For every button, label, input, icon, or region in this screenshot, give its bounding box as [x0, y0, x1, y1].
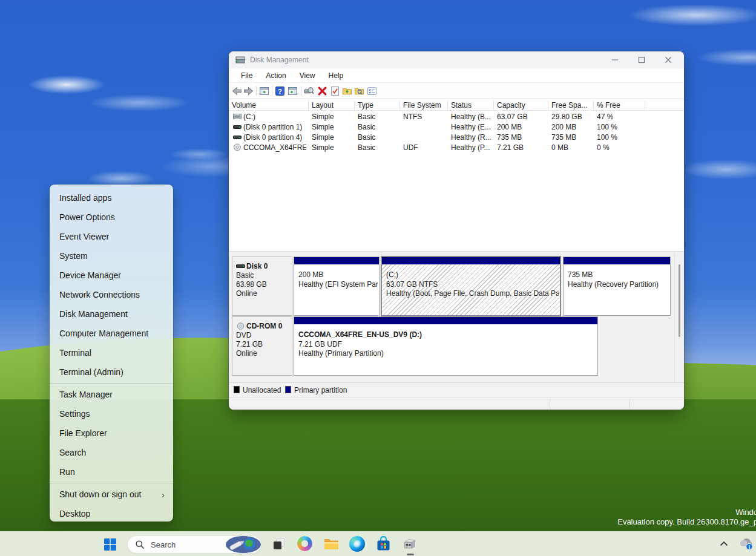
- column-header-status[interactable]: Status: [451, 101, 472, 110]
- column-header-pct-free[interactable]: % Free: [597, 101, 620, 110]
- partition-recovery[interactable]: 735 MB Healthy (Recovery Partition): [563, 257, 671, 316]
- cell-status: Healthy (R...: [451, 133, 495, 142]
- onedrive-cloud-button[interactable]: i: [738, 537, 754, 551]
- cdrom0-label[interactable]: CD-ROM 0 DVD 7.21 GB Online: [232, 316, 292, 376]
- column-header-free-space[interactable]: Free Spa...: [551, 101, 594, 110]
- cell-pct-free: 47 %: [597, 113, 613, 121]
- menu-help[interactable]: Help: [324, 70, 349, 82]
- forward-icon[interactable]: [243, 86, 254, 96]
- winx-item-device-manager[interactable]: Device Manager: [50, 266, 173, 285]
- winx-item-shutdown[interactable]: Shut down or sign out›: [50, 485, 173, 504]
- cell-free-space: 0 MB: [551, 143, 568, 152]
- cdrom0-size: 7.21 GB: [236, 340, 292, 349]
- scrollbar-thumb[interactable]: [679, 264, 680, 337]
- winx-item-disk-management[interactable]: Disk Management: [50, 304, 173, 324]
- delete-volume-icon[interactable]: [317, 86, 327, 96]
- start-button[interactable]: [102, 536, 119, 553]
- refresh-view-icon[interactable]: [304, 86, 314, 96]
- cdrom0-name-line: CD-ROM 0: [236, 322, 292, 331]
- column-header-type[interactable]: Type: [358, 101, 373, 110]
- search-placeholder: Search: [151, 540, 223, 549]
- minimize-button[interactable]: [602, 51, 628, 68]
- watermark-line1: Windo: [617, 508, 756, 517]
- menu-view[interactable]: View: [295, 70, 320, 82]
- show-console-tree-icon[interactable]: [259, 86, 269, 96]
- winx-item-installed-apps[interactable]: Installed apps: [50, 188, 173, 208]
- microsoft-store-button[interactable]: [375, 536, 392, 552]
- partition-efi[interactable]: 200 MB Healthy (EFI System Part: [294, 257, 380, 316]
- show-action-pane-icon[interactable]: [288, 86, 298, 96]
- column-resizer[interactable]: [548, 100, 548, 110]
- cdrom0-kind: DVD: [236, 331, 292, 340]
- hard-disk-icon: [236, 263, 245, 270]
- watermark-line2: Evaluation copy. Build 26300.8170.ge_p: [617, 517, 756, 527]
- winx-item-event-viewer[interactable]: Event Viewer: [50, 227, 173, 246]
- minimize-icon: [611, 56, 619, 64]
- status-divider: [629, 400, 630, 408]
- properties-check-icon[interactable]: [330, 86, 340, 96]
- winx-item-task-manager[interactable]: Task Manager: [50, 385, 173, 404]
- column-header-layout[interactable]: Layout: [312, 101, 334, 110]
- file-explorer-button[interactable]: [323, 536, 340, 552]
- column-resizer[interactable]: [308, 100, 309, 110]
- table-row[interactable]: (Disk 0 partition 1) Simple Basic Health…: [229, 122, 684, 132]
- hard-drive-icon: [233, 113, 242, 120]
- cell-capacity: 63.07 GB: [497, 113, 528, 121]
- table-row[interactable]: (Disk 0 partition 4) Simple Basic Health…: [229, 132, 684, 142]
- open-folder-icon[interactable]: [342, 86, 352, 96]
- winx-item-run[interactable]: Run: [50, 462, 173, 482]
- partition-c-selected[interactable]: (C:) 63.07 GB NTFS Healthy (Boot, Page F…: [381, 256, 561, 316]
- edge-button[interactable]: [349, 536, 366, 552]
- column-resizer[interactable]: [493, 100, 494, 110]
- partition-dvd[interactable]: CCCOMA_X64FRE_EN-US_DV9 (D:) 7.21 GB UDF…: [294, 316, 598, 376]
- task-view-button[interactable]: [271, 536, 288, 552]
- disk0-label[interactable]: Disk 0 Basic 63.98 GB Online: [232, 257, 292, 316]
- winx-item-computer-management[interactable]: Computer Management: [50, 324, 173, 343]
- task-list-icon[interactable]: [367, 86, 377, 96]
- close-button[interactable]: [655, 51, 682, 68]
- cell-layout: Simple: [312, 143, 334, 152]
- winx-item-search[interactable]: Search: [50, 443, 173, 462]
- column-resizer[interactable]: [354, 100, 355, 110]
- menu-action[interactable]: Action: [261, 70, 291, 82]
- column-header-file-system[interactable]: File System: [403, 101, 441, 110]
- menu-file[interactable]: File: [236, 70, 257, 82]
- maximize-button[interactable]: [628, 51, 655, 68]
- tray-expand-button[interactable]: [719, 537, 729, 551]
- winx-item-system[interactable]: System: [50, 246, 173, 266]
- vertical-scrollbar[interactable]: [674, 254, 683, 382]
- partition-color-bar: [382, 257, 560, 264]
- winx-item-settings[interactable]: Settings: [50, 404, 173, 424]
- winx-item-desktop[interactable]: Desktop: [50, 504, 173, 522]
- cell-layout: Simple: [312, 133, 334, 142]
- cell-file-system: NTFS: [403, 113, 422, 121]
- column-resizer[interactable]: [447, 100, 448, 110]
- find-folder-icon[interactable]: [354, 86, 364, 96]
- column-header-volume[interactable]: Volume: [232, 101, 256, 110]
- disk-management-taskbar-button[interactable]: [401, 536, 418, 552]
- partition-efi-text: 200 MB Healthy (EFI System Part: [298, 270, 378, 289]
- winx-item-file-explorer[interactable]: File Explorer: [50, 424, 173, 443]
- winx-item-power-options[interactable]: Power Options: [50, 208, 173, 227]
- table-row[interactable]: CCCOMA_X64FRE... Simple Basic UDF Health…: [229, 142, 684, 152]
- cell-free-space: 29.80 GB: [551, 113, 582, 121]
- table-row[interactable]: (C:) Simple Basic NTFS Healthy (B... 63.…: [229, 111, 684, 122]
- back-icon[interactable]: [232, 86, 242, 96]
- taskbar: Search: [0, 531, 756, 556]
- winx-item-terminal-admin[interactable]: Terminal (Admin): [50, 362, 173, 382]
- copilot-button[interactable]: [297, 536, 314, 552]
- column-resizer[interactable]: [399, 100, 400, 110]
- winx-item-terminal[interactable]: Terminal: [50, 343, 173, 362]
- status-divider: [550, 400, 550, 408]
- partition-color-bar: [294, 317, 597, 324]
- column-resizer[interactable]: [593, 100, 594, 110]
- column-header-capacity[interactable]: Capacity: [497, 101, 525, 110]
- help-icon[interactable]: ?: [275, 86, 285, 96]
- cell-capacity: 735 MB: [497, 133, 522, 142]
- search-box[interactable]: Search: [127, 535, 261, 554]
- title-bar[interactable]: Disk Management: [229, 51, 684, 68]
- search-highlight-image[interactable]: [223, 535, 261, 554]
- winx-item-network-connections[interactable]: Network Connections: [50, 285, 173, 304]
- cell-type: Basic: [358, 133, 375, 142]
- column-resizer[interactable]: [645, 100, 645, 110]
